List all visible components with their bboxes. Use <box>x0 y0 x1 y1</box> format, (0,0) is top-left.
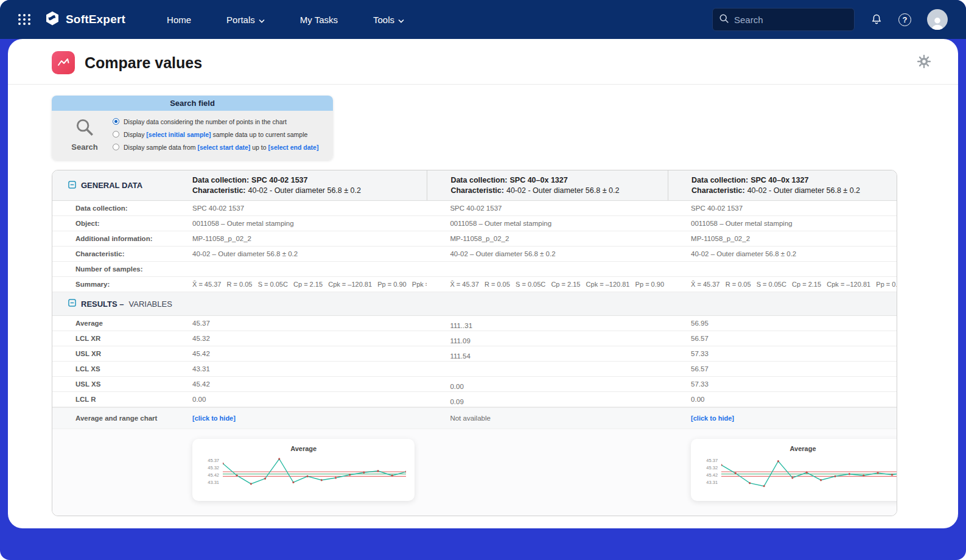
results-section-header: RESULTS – VARIABLES <box>52 292 897 316</box>
chart-title: Average <box>201 445 406 452</box>
chart-yticks: 45.37 45.32 45.42 43.31 <box>201 456 219 494</box>
search-icon <box>719 13 729 26</box>
option-text: Display sample data from [select start d… <box>124 144 318 151</box>
apps-grid-icon[interactable] <box>18 14 31 25</box>
table-row: USL XS 45.42 0.00 57.33 <box>52 377 897 392</box>
help-icon[interactable]: ? <box>898 13 911 26</box>
click-to-hide-link[interactable]: [click to hide] <box>691 415 734 422</box>
radio-button[interactable] <box>113 131 119 138</box>
table-row: LCL XR 45.32 111.09 56.57 <box>52 331 897 346</box>
compare-values-icon <box>52 51 75 74</box>
navbar-right: ? <box>712 8 948 31</box>
column-header-2: Data collection:SPC 40–0x 1327 Character… <box>427 170 668 200</box>
chart-cell-3: Average 45.37 45.32 45.42 43.31 <box>668 439 897 501</box>
select-initial-sample-link[interactable]: [select initial sample] <box>146 131 211 138</box>
comparison-panel: GENERAL DATA Data collection:SPC 40-02 1… <box>52 170 897 516</box>
search-input[interactable] <box>734 15 848 25</box>
notifications-bell-icon[interactable] <box>870 13 883 26</box>
table-row: LCL XS 43.31 56.57 <box>52 362 897 377</box>
column-header-1: Data collection:SPC 40-02 1537 Character… <box>169 170 427 200</box>
radio-option-initial-sample[interactable]: Display [select initial sample] sample d… <box>113 131 318 138</box>
collapse-results-icon[interactable] <box>68 299 76 309</box>
select-end-date-link[interactable]: [select end date] <box>268 144 319 151</box>
nav-item-my-tasks[interactable]: My Tasks <box>300 15 338 25</box>
main-card: Compare values <box>8 39 958 528</box>
nav-item-home[interactable]: Home <box>167 15 191 25</box>
search-panel-header: Search field <box>52 96 333 111</box>
option-text: Display [select initial sample] sample d… <box>124 131 307 138</box>
app-window: SoftExpert Home Portals My Tasks Tools ? <box>0 0 966 560</box>
navbar-left: SoftExpert Home Portals My Tasks Tools <box>18 10 404 29</box>
charts-row: Average 45.37 45.32 45.42 43.31 <box>52 429 897 516</box>
section-general-label: GENERAL DATA <box>81 181 142 190</box>
table-row: Data collection: SPC 40-02 1537 SPC 40-0… <box>52 201 897 216</box>
table-row: LCL R 0.00 0.09 0.00 <box>52 392 897 407</box>
settings-gear-icon[interactable] <box>917 54 931 71</box>
brand-name: SoftExpert <box>66 13 125 26</box>
softexpert-logo-icon <box>44 10 60 29</box>
radio-option-date-range[interactable]: Display sample data from [select start d… <box>113 144 318 151</box>
table-row: Number of samples: <box>52 262 897 277</box>
chevron-down-icon <box>259 15 265 25</box>
average-line-chart <box>223 456 406 494</box>
table-row: Object: 0011058 – Outer metal stamping 0… <box>52 216 897 231</box>
option-text: Display data considering the number of p… <box>124 118 287 125</box>
select-start-date-link[interactable]: [select start date] <box>197 144 250 151</box>
search-panel: Search field Search Display data conside… <box>52 96 333 160</box>
global-search[interactable] <box>712 8 855 31</box>
content-frame: Compare values <box>0 39 966 560</box>
general-data-section: GENERAL DATA <box>52 170 169 200</box>
search-label: Search <box>71 142 97 152</box>
chart-toggle-row: Average and range chart [click to hide] … <box>52 407 897 429</box>
average-chart-card: Average 45.37 45.32 45.42 43.31 <box>691 439 897 501</box>
top-navbar: SoftExpert Home Portals My Tasks Tools ? <box>0 0 966 39</box>
table-row: USL XR 45.42 111.54 57.33 <box>52 346 897 362</box>
nav-menu: Home Portals My Tasks Tools <box>167 15 404 25</box>
section-results-label: RESULTS – <box>81 299 124 309</box>
chart-title: Average <box>699 445 897 452</box>
table-header-row: GENERAL DATA Data collection:SPC 40-02 1… <box>52 170 897 201</box>
table-row-summary: Summary: X̄ = 45.37 R = 0.05 S = 0.05C C… <box>52 277 897 292</box>
nav-item-tools[interactable]: Tools <box>373 15 404 25</box>
brand-logo[interactable]: SoftExpert <box>44 10 125 29</box>
search-options: Display data considering the number of p… <box>113 117 318 152</box>
avatar[interactable] <box>927 9 948 30</box>
chart-yticks: 45.37 45.32 45.42 43.31 <box>699 456 718 494</box>
search-panel-body: Search Display data considering the numb… <box>52 111 333 160</box>
search-action[interactable]: Search <box>57 117 113 152</box>
radio-button[interactable] <box>113 144 119 150</box>
collapse-general-icon[interactable] <box>68 181 76 191</box>
average-line-chart <box>721 456 897 494</box>
not-available-text: Not available <box>450 415 490 422</box>
big-search-icon <box>74 117 95 140</box>
page-title: Compare values <box>85 54 202 72</box>
table-row: Average 45.37 111..31 56.95 <box>52 316 897 331</box>
chart-cell-1: Average 45.37 45.32 45.42 43.31 <box>169 439 427 501</box>
average-chart-card: Average 45.37 45.32 45.42 43.31 <box>192 439 415 501</box>
nav-item-portals[interactable]: Portals <box>226 15 265 25</box>
radio-option-points[interactable]: Display data considering the number of p… <box>113 118 318 125</box>
page-header: Compare values <box>8 39 958 85</box>
chevron-down-icon <box>398 15 404 25</box>
column-header-3: Data collection:SPC 40–0x 1327 Character… <box>668 170 897 200</box>
click-to-hide-link[interactable]: [click to hide] <box>192 415 236 422</box>
radio-button[interactable] <box>113 118 119 125</box>
table-row: Characteristic: 40-02 – Outer diameter 5… <box>52 247 897 262</box>
table-row: Additional information: MP-11058_p_02_2 … <box>52 231 897 247</box>
